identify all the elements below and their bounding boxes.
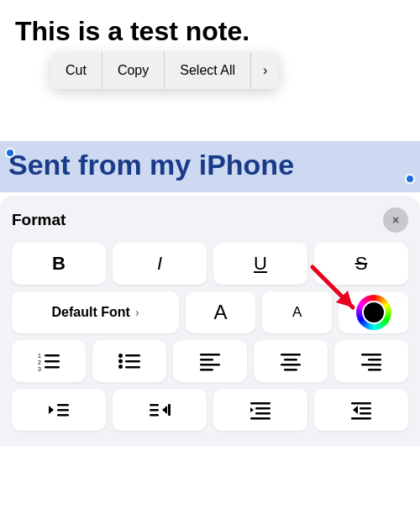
svg-rect-33 <box>250 402 270 405</box>
svg-point-7 <box>118 359 123 364</box>
svg-rect-26 <box>57 414 69 417</box>
align-right-icon <box>360 349 383 373</box>
svg-rect-35 <box>255 412 270 415</box>
svg-rect-18 <box>281 364 301 366</box>
bullet-list-icon <box>118 349 141 373</box>
cut-button[interactable]: Cut <box>50 52 102 89</box>
multi-indent-button[interactable] <box>113 389 207 431</box>
svg-rect-10 <box>125 360 140 363</box>
selected-text-area: Sent from my iPhone <box>0 141 420 192</box>
copy-button[interactable]: Copy <box>102 52 165 89</box>
svg-point-6 <box>118 354 123 358</box>
align-left-button[interactable] <box>173 340 247 382</box>
svg-marker-27 <box>49 406 54 414</box>
numbered-list-icon: 1 2 3 <box>37 349 60 373</box>
format-panel: Format × B I U S Default Font › A A 1 <box>0 196 420 446</box>
svg-rect-3 <box>45 354 60 357</box>
increase-indent-button[interactable] <box>314 389 408 431</box>
svg-rect-21 <box>368 359 381 361</box>
format-header: Format × <box>12 207 408 233</box>
font-size-large-button[interactable]: A <box>186 291 255 333</box>
svg-text:2: 2 <box>38 359 41 365</box>
align-center-icon <box>279 349 302 373</box>
multi-indent-icon <box>148 398 171 422</box>
numbered-list-button[interactable]: 1 2 3 <box>12 340 86 382</box>
svg-rect-4 <box>45 360 60 363</box>
svg-rect-5 <box>45 366 60 369</box>
bullet-list-button[interactable] <box>92 340 166 382</box>
svg-rect-40 <box>360 407 371 410</box>
decrease-indent-icon <box>249 398 272 422</box>
font-large-label: A <box>214 301 228 324</box>
note-title: This is a test note. <box>0 0 420 47</box>
svg-rect-29 <box>150 409 159 412</box>
svg-rect-15 <box>200 369 213 371</box>
svg-rect-12 <box>200 354 220 356</box>
color-wheel <box>356 295 391 330</box>
align-right-button[interactable] <box>334 340 408 382</box>
svg-marker-37 <box>250 407 254 412</box>
svg-rect-41 <box>360 412 371 415</box>
default-font-button[interactable]: Default Font › <box>12 291 179 333</box>
format-title: Format <box>12 211 66 229</box>
svg-text:3: 3 <box>38 366 41 372</box>
font-small-label: A <box>292 304 302 321</box>
outdent-button[interactable] <box>12 389 106 431</box>
svg-rect-9 <box>125 354 140 357</box>
chevron-right-icon: › <box>135 306 139 319</box>
svg-rect-14 <box>200 364 220 366</box>
svg-rect-17 <box>284 359 297 361</box>
svg-rect-19 <box>284 369 297 371</box>
font-size-small-button[interactable]: A <box>262 291 332 333</box>
outdent-icon <box>47 398 71 422</box>
dot-bottom-right <box>405 174 415 184</box>
format-row-3: 1 2 3 <box>12 340 408 382</box>
svg-point-8 <box>118 365 123 369</box>
color-wheel-inner <box>362 301 386 324</box>
selected-text: Sent from my iPhone <box>8 149 294 181</box>
svg-rect-36 <box>250 417 270 420</box>
strikethrough-button[interactable]: S <box>314 243 408 285</box>
italic-button[interactable]: I <box>113 243 207 285</box>
bold-button[interactable]: B <box>12 243 106 285</box>
svg-rect-16 <box>281 354 301 356</box>
align-center-button[interactable] <box>254 340 328 382</box>
svg-text:1: 1 <box>38 353 41 359</box>
svg-rect-39 <box>351 402 371 405</box>
context-menu: Cut Copy Select All › <box>50 52 279 89</box>
svg-rect-11 <box>125 366 140 369</box>
format-row-4 <box>12 389 408 431</box>
more-button[interactable]: › <box>251 52 279 89</box>
svg-rect-34 <box>255 407 270 410</box>
svg-rect-13 <box>200 359 213 361</box>
svg-rect-22 <box>361 364 381 366</box>
color-wheel-button[interactable] <box>339 291 408 333</box>
svg-marker-38 <box>353 406 358 414</box>
svg-rect-42 <box>351 417 371 420</box>
decrease-indent-button[interactable] <box>213 389 307 431</box>
svg-rect-20 <box>361 354 381 356</box>
svg-rect-30 <box>150 414 159 417</box>
svg-rect-24 <box>57 404 69 406</box>
svg-rect-23 <box>368 369 381 371</box>
close-button[interactable]: × <box>383 207 408 233</box>
format-row-2: Default Font › A A <box>12 291 408 333</box>
svg-rect-25 <box>57 409 69 412</box>
svg-rect-28 <box>150 404 159 406</box>
default-font-label: Default Font <box>52 305 130 320</box>
svg-rect-32 <box>168 404 171 416</box>
align-left-icon <box>198 349 222 373</box>
increase-indent-icon <box>349 398 373 422</box>
svg-marker-31 <box>162 406 167 414</box>
select-all-button[interactable]: Select All <box>165 52 251 89</box>
format-row-1: B I U S <box>12 243 408 285</box>
underline-button[interactable]: U <box>213 243 307 285</box>
